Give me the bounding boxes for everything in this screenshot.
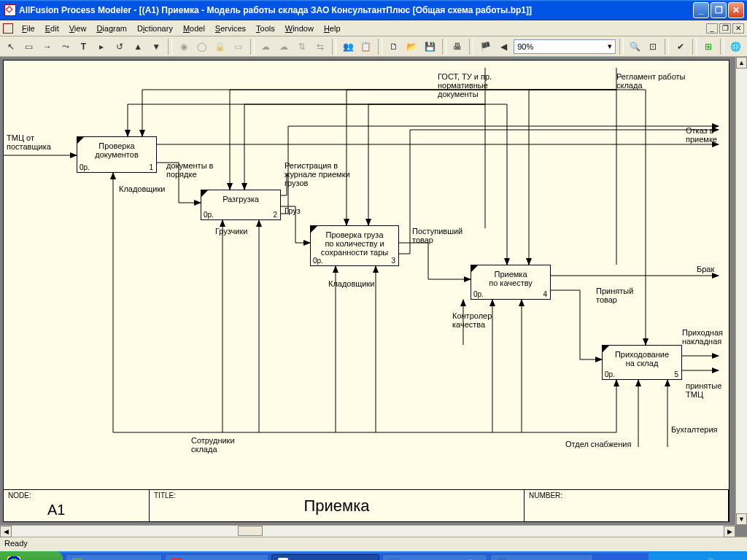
menu-services[interactable]: Services xyxy=(211,23,250,34)
dim3-icon[interactable]: ▭ xyxy=(231,39,247,55)
zoomfit-icon[interactable]: ⊡ xyxy=(645,39,661,55)
menu-view[interactable]: View xyxy=(65,23,91,34)
node-label: NODE: xyxy=(8,491,31,499)
zoom-combo[interactable]: 90%▾ xyxy=(514,39,615,54)
label-brak: Брак xyxy=(697,265,714,273)
dim2-icon[interactable]: ◯ xyxy=(194,39,210,55)
toolbar: ↖ ▭ → ⤳ T ▸ ↺ ▲ ▼ ◉ ◯ 🔒 ▭ ☁ ☁ ⇅ ⇆ 👥 📋 🗋 … xyxy=(0,36,747,57)
node-value: A1 xyxy=(47,502,65,518)
label-sotrudniki: Сотрудники склада xyxy=(191,436,235,454)
up-tool[interactable]: ▲ xyxy=(130,39,146,55)
title-bar: AllFusion Process Modeler - [(A1) Приемк… xyxy=(0,0,747,20)
label-kladovshiki2: Кладовщики xyxy=(328,279,374,288)
vertical-scrollbar[interactable]: ▲▼ xyxy=(735,57,747,525)
label-otkaz: Отказ в приемке xyxy=(686,126,717,144)
label-reglament: Регламент работы склада xyxy=(616,72,685,90)
mdi-minimize[interactable]: _ xyxy=(706,23,718,34)
menu-diagram[interactable]: Diagram xyxy=(92,23,131,34)
windows-logo-icon xyxy=(7,556,20,560)
title-value: Приемка xyxy=(303,497,369,516)
label-buh: Бухгалтерия xyxy=(671,425,718,434)
label-gruz: Груз xyxy=(285,206,301,215)
goto-tool[interactable]: ↺ xyxy=(112,39,128,55)
zoomin-icon[interactable]: 🔍 xyxy=(627,39,643,55)
activity-box-2[interactable]: Разгрузка0р.2 xyxy=(201,190,281,220)
close-button[interactable]: ✕ xyxy=(728,2,744,18)
label-otdel: Отдел снабжения xyxy=(565,440,631,448)
menu-model[interactable]: Model xyxy=(179,23,209,34)
task-3[interactable]: AllFusion Process M… xyxy=(271,554,379,560)
horizontal-scrollbar[interactable]: ◀▶ xyxy=(0,525,735,537)
menu-window[interactable]: Window xyxy=(281,23,318,34)
diagram-page[interactable]: ТМЦ от поставщика Кладовщики документы в… xyxy=(3,60,729,522)
open-icon[interactable]: 📂 xyxy=(404,39,420,55)
doc-icon xyxy=(3,23,13,34)
tree-icon[interactable]: ⊞ xyxy=(700,39,716,55)
report-icon[interactable]: 📋 xyxy=(358,39,374,55)
mdi-close[interactable]: ✕ xyxy=(732,23,744,34)
window-title: AllFusion Process Modeler - [(A1) Приемк… xyxy=(19,5,532,15)
tray-hide-icon[interactable]: ‹ xyxy=(671,557,683,560)
diagram-footer: NODE: A1 TITLE: Приемка NUMBER: xyxy=(4,489,729,521)
dim6-icon[interactable]: ⇅ xyxy=(294,39,310,55)
dim1-icon[interactable]: ◉ xyxy=(176,39,192,55)
label-tmc: ТМЦ от поставщика xyxy=(7,133,51,151)
label-tmc2: принятые ТМЦ xyxy=(686,381,721,399)
spell-icon[interactable]: ✔ xyxy=(673,39,689,55)
task-5[interactable]: ответ_по_замечан… xyxy=(490,554,593,560)
label-kontroler: Контролер качества xyxy=(452,311,492,329)
label-gost: ГОСТ, ТУ и пр. нормативные документы xyxy=(438,72,492,98)
app-icon xyxy=(4,4,16,16)
new-icon[interactable]: 🗋 xyxy=(386,39,402,55)
activity-box-5[interactable]: Приходованиена склад0р.5 xyxy=(602,345,682,380)
canvas-area: ТМЦ от поставщика Кладовщики документы в… xyxy=(0,57,747,537)
drill-tool[interactable]: ▸ xyxy=(93,39,109,55)
globe-icon[interactable]: 🌐 xyxy=(728,39,744,55)
tray-vol-icon[interactable]: 🔊 xyxy=(703,557,715,560)
task-2[interactable]: :: Online-версия Ко… xyxy=(165,554,269,560)
menu-tools[interactable]: Tools xyxy=(252,23,279,34)
label-postup: Поступивший товар xyxy=(412,227,462,244)
activity-box-3[interactable]: Проверка грузапо количеству исохранности… xyxy=(310,225,399,266)
prev-icon[interactable]: ◀ xyxy=(495,39,511,55)
arrow-tool[interactable]: → xyxy=(39,39,55,55)
task-1[interactable]: Результаты поиска xyxy=(66,554,162,560)
menu-bar: File Edit View Diagram Dictionary Model … xyxy=(0,20,747,36)
dim4-icon[interactable]: ☁ xyxy=(258,39,274,55)
title-label: TITLE: xyxy=(154,491,176,499)
minimize-button[interactable]: _ xyxy=(693,2,709,18)
down-tool[interactable]: ▼ xyxy=(148,39,164,55)
save-icon[interactable]: 💾 xyxy=(422,39,438,55)
maximize-button[interactable]: ❐ xyxy=(711,2,727,18)
tray-av-icon[interactable]: ⚑ xyxy=(687,557,699,560)
squiggle-tool[interactable]: ⤳ xyxy=(58,39,74,55)
label-prinyatiy: Принятый товар xyxy=(596,287,633,304)
activity-box-4[interactable]: Приемкапо качеству0р.4 xyxy=(471,265,551,300)
flag-icon[interactable]: 🏴 xyxy=(477,39,493,55)
print-icon[interactable]: 🖶 xyxy=(450,39,466,55)
menu-file[interactable]: File xyxy=(18,23,39,34)
number-label: NUMBER: xyxy=(529,491,562,499)
pointer-tool[interactable]: ↖ xyxy=(3,39,19,55)
label-kladovshiki: Кладовщики xyxy=(119,184,165,193)
activity-tool[interactable]: ▭ xyxy=(21,39,37,55)
system-tray[interactable]: RU ‹ ⚑ 🔊 21:17 xyxy=(649,551,747,560)
lock-icon[interactable]: 🔒 xyxy=(212,39,228,55)
label-docs-ok: документы в порядке xyxy=(166,161,213,179)
dim5-icon[interactable]: ☁ xyxy=(276,39,292,55)
status-text: Ready xyxy=(4,539,28,548)
dim7-icon[interactable]: ⇆ xyxy=(312,39,328,55)
org-icon[interactable]: 👥 xyxy=(340,39,356,55)
activity-box-1[interactable]: Проверкадокументов0р.1 xyxy=(77,136,157,173)
task-4[interactable]: Диплом Складской… xyxy=(382,554,487,560)
label-registration: Регистрация в журнале приемки грузов xyxy=(285,161,350,187)
text-tool[interactable]: T xyxy=(76,39,92,55)
taskbar: пуск Результаты поиска :: Online-версия … xyxy=(0,551,747,560)
menu-dictionary[interactable]: Dictionary xyxy=(133,23,177,34)
start-button[interactable]: пуск xyxy=(0,551,63,560)
status-bar: Ready xyxy=(0,537,747,551)
menu-help[interactable]: Help xyxy=(320,23,345,34)
menu-edit[interactable]: Edit xyxy=(41,23,63,34)
mdi-restore[interactable]: ❐ xyxy=(719,23,731,34)
label-gruzchiki: Грузчики xyxy=(215,227,247,236)
